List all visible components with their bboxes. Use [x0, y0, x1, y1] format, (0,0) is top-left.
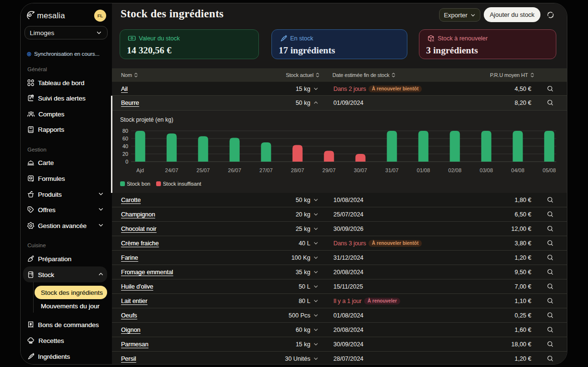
svg-text:20: 20 [122, 151, 128, 157]
svg-text:01/08: 01/08 [417, 167, 430, 173]
svg-text:04/08: 04/08 [511, 167, 525, 173]
svg-text:29/07: 29/07 [322, 167, 336, 173]
svg-text:05/08: 05/08 [543, 167, 556, 173]
svg-text:Stock projeté (en kg): Stock projeté (en kg) [120, 116, 173, 123]
svg-text:80: 80 [122, 128, 128, 134]
svg-text:40: 40 [122, 143, 128, 149]
svg-text:Ajd: Ajd [136, 167, 144, 173]
svg-text:24/07: 24/07 [165, 167, 179, 173]
svg-text:28/07: 28/07 [291, 167, 305, 173]
svg-text:02/08: 02/08 [448, 167, 462, 173]
svg-text:27/07: 27/07 [259, 167, 273, 173]
svg-text:25/07: 25/07 [196, 167, 210, 173]
svg-text:26/07: 26/07 [228, 167, 242, 173]
svg-text:31/07: 31/07 [385, 167, 399, 173]
svg-text:03/08: 03/08 [480, 167, 493, 173]
svg-text:Stock bon: Stock bon [127, 181, 150, 187]
svg-text:60: 60 [122, 136, 128, 141]
svg-text:0: 0 [125, 159, 128, 165]
svg-text:30/07: 30/07 [354, 167, 368, 173]
svg-text:Stock insuffisant: Stock insuffisant [163, 181, 201, 187]
